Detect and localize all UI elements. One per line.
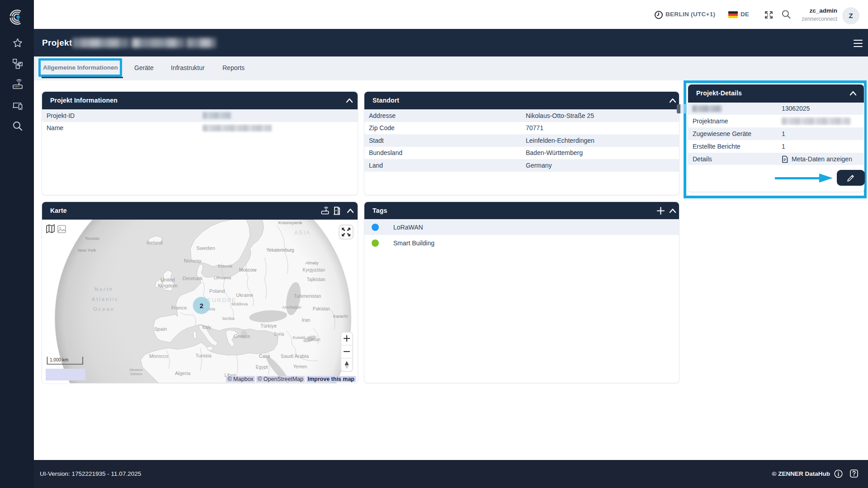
svg-text:Pakistan: Pakistan xyxy=(313,306,330,311)
svg-text:Turkmenistan: Turkmenistan xyxy=(294,294,321,299)
svg-text:Spain: Spain xyxy=(154,326,167,332)
svg-text:Lithuania: Lithuania xyxy=(214,275,231,280)
svg-text:Greece: Greece xyxy=(234,333,250,339)
svg-text:Algeria: Algeria xyxy=(175,371,191,376)
svg-text:Sweden: Sweden xyxy=(196,245,215,251)
svg-text:Ukraine: Ukraine xyxy=(236,292,253,298)
svg-text:Moldova: Moldova xyxy=(231,301,248,306)
svg-text:Kuwait: Kuwait xyxy=(292,335,305,340)
svg-text:Yekaterinburg: Yekaterinburg xyxy=(266,248,294,253)
svg-text:Toronto: Toronto xyxy=(85,236,99,241)
svg-text:Norway: Norway xyxy=(184,258,202,263)
svg-text:Azerbaijan: Azerbaijan xyxy=(282,305,302,310)
svg-text:Iran: Iran xyxy=(302,317,311,323)
svg-text:Italy: Italy xyxy=(202,324,212,330)
svg-text:Ocean: Ocean xyxy=(93,306,114,312)
svg-text:Karachi: Karachi xyxy=(333,314,348,319)
svg-text:Saudi Arabia: Saudi Arabia xyxy=(281,353,309,359)
svg-text:Syria: Syria xyxy=(274,332,284,337)
svg-text:Türkiye: Türkiye xyxy=(260,323,277,328)
svg-text:Kingdom: Kingdom xyxy=(158,283,177,288)
svg-text:Iceland: Iceland xyxy=(146,240,162,245)
svg-text:Western: Western xyxy=(129,368,143,372)
svg-text:Tajikistan: Tajikistan xyxy=(307,277,325,282)
svg-text:Atlantic: Atlantic xyxy=(92,296,119,302)
svg-text:Serbia: Serbia xyxy=(222,316,235,321)
svg-text:Cairo: Cairo xyxy=(259,354,270,359)
svg-text:France: France xyxy=(171,305,187,310)
svg-text:Kyrgyzstan: Kyrgyzstan xyxy=(302,267,325,272)
svg-text:Yemen: Yemen xyxy=(293,364,307,369)
svg-text:North: North xyxy=(94,286,113,292)
svg-text:ASIA: ASIA xyxy=(294,230,311,236)
svg-text:United: United xyxy=(160,277,175,282)
svg-text:Poland: Poland xyxy=(209,288,225,294)
svg-text:Egypt: Egypt xyxy=(256,364,268,370)
svg-text:Tunisia: Tunisia xyxy=(195,353,212,358)
svg-text:Almaty: Almaty xyxy=(305,260,318,265)
svg-text:Moscow: Moscow xyxy=(239,267,257,272)
svg-text:Estonia: Estonia xyxy=(218,263,232,268)
svg-text:Oman: Oman xyxy=(308,337,320,342)
svg-text:Morocco: Morocco xyxy=(149,353,168,359)
svg-text:Sahara: Sahara xyxy=(130,372,142,376)
svg-text:1.000 km: 1.000 km xyxy=(50,357,68,362)
svg-text:2: 2 xyxy=(199,302,203,310)
svg-text:New York: New York xyxy=(78,248,96,253)
svg-text:Krasnoyarsk: Krasnoyarsk xyxy=(278,220,302,225)
svg-text:Denmark: Denmark xyxy=(183,276,203,281)
